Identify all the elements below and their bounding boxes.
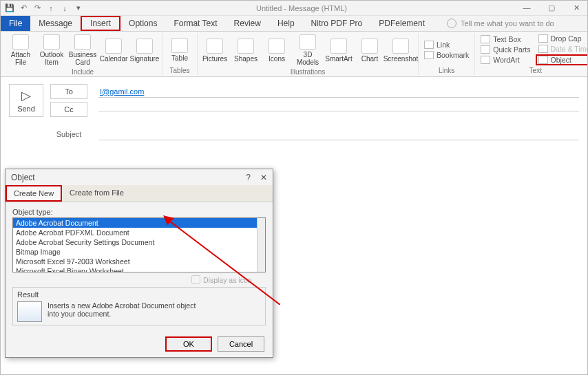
- maximize-button[interactable]: ▢: [543, 3, 560, 12]
- calendar-button[interactable]: Calendar: [99, 33, 128, 67]
- wordart-button[interactable]: WordArt: [478, 55, 533, 65]
- shapes-icon: [238, 39, 254, 54]
- cancel-button[interactable]: Cancel: [218, 336, 264, 352]
- table-button[interactable]: Table: [165, 33, 194, 66]
- result-icon: [17, 301, 42, 322]
- send-label: Send: [17, 105, 35, 113]
- object-type-list[interactable]: Adobe Acrobat Document Adobe Acrobat PDF…: [12, 217, 266, 272]
- tab-create-from-file[interactable]: Create from File: [62, 185, 132, 202]
- group-text-label: Text: [529, 66, 542, 75]
- cc-field[interactable]: [98, 108, 579, 111]
- down-icon[interactable]: ↓: [59, 2, 71, 14]
- 3d-models-button[interactable]: 3D Models: [293, 33, 322, 67]
- dialog-close-button[interactable]: ✕: [260, 173, 267, 182]
- tab-format-text[interactable]: Format Text: [165, 16, 225, 31]
- smartart-button[interactable]: SmartArt: [324, 33, 353, 67]
- dropcap-button[interactable]: Drop Cap: [536, 34, 588, 43]
- up-icon[interactable]: ↑: [45, 2, 57, 14]
- subject-label: Subject: [50, 130, 87, 138]
- cube-icon: [300, 34, 316, 50]
- quickparts-icon: [481, 45, 490, 54]
- tab-create-new[interactable]: Create New: [6, 185, 62, 202]
- card-icon: [74, 34, 91, 50]
- undo-icon[interactable]: ↶: [17, 2, 30, 14]
- shapes-button[interactable]: Shapes: [231, 33, 260, 67]
- subject-field[interactable]: [98, 128, 579, 140]
- screenshot-button[interactable]: Screenshot: [386, 33, 415, 67]
- tell-me-search[interactable]: Tell me what you want to do: [433, 16, 554, 31]
- pictures-button[interactable]: Pictures: [200, 33, 229, 67]
- dropcap-icon: [538, 34, 548, 43]
- tab-review[interactable]: Review: [226, 16, 269, 31]
- outlook-item-button[interactable]: Outlook Item: [37, 33, 66, 67]
- ok-button[interactable]: OK: [165, 336, 212, 352]
- textbox-icon: [481, 35, 490, 43]
- chart-button[interactable]: Chart: [355, 33, 384, 67]
- clock-icon: [538, 45, 548, 53]
- paperclip-icon: [12, 34, 29, 50]
- display-as-icon-checkbox[interactable]: [191, 275, 200, 284]
- bookmark-icon: [424, 51, 434, 59]
- to-button[interactable]: To: [50, 84, 87, 99]
- bulb-icon: [447, 19, 456, 28]
- tab-file[interactable]: File: [1, 16, 30, 31]
- cc-button[interactable]: Cc: [50, 102, 87, 117]
- object-icon: [538, 56, 548, 64]
- send-arrow-icon: ▷: [21, 88, 31, 103]
- tab-nitro[interactable]: Nitro PDF Pro: [303, 16, 371, 31]
- picture-icon: [207, 39, 223, 54]
- minimize-button[interactable]: —: [518, 3, 535, 12]
- table-icon: [171, 38, 188, 53]
- textbox-button[interactable]: Text Box: [478, 34, 533, 44]
- tab-options[interactable]: Options: [120, 16, 165, 31]
- group-tables-label: Tables: [170, 66, 190, 75]
- close-button[interactable]: ✕: [568, 3, 585, 12]
- send-button[interactable]: ▷ Send: [9, 84, 43, 117]
- icons-button[interactable]: Icons: [262, 33, 291, 67]
- group-include-label: Include: [72, 67, 94, 76]
- list-item[interactable]: Adobe Acrobat Document: [13, 218, 265, 228]
- dialog-title: Object: [11, 173, 35, 182]
- tab-insert[interactable]: Insert: [81, 16, 120, 31]
- smartart-icon: [330, 39, 347, 54]
- link-icon: [424, 41, 434, 49]
- tab-pdfelement[interactable]: PDFelement: [370, 16, 433, 31]
- icons-icon: [269, 39, 285, 54]
- business-card-button[interactable]: Business Card: [68, 33, 97, 67]
- camera-icon: [392, 39, 409, 54]
- group-illustrations-label: Illustrations: [291, 67, 326, 76]
- wordart-icon: [481, 56, 490, 64]
- list-item[interactable]: Adobe Acrobat Security Settings Document: [13, 237, 265, 247]
- list-item[interactable]: Microsoft Excel 97-2003 Worksheet: [13, 257, 265, 266]
- redo-icon[interactable]: ↷: [31, 2, 43, 14]
- list-item[interactable]: Adobe Acrobat PDFXML Document: [13, 228, 265, 237]
- dialog-help-button[interactable]: ?: [246, 173, 251, 182]
- tell-me-placeholder: Tell me what you want to do: [461, 19, 554, 28]
- listbox-scrollbar[interactable]: [257, 218, 265, 272]
- tab-message[interactable]: Message: [30, 16, 81, 31]
- qat-dropdown-icon[interactable]: ▾: [72, 2, 85, 14]
- list-item[interactable]: Microsoft Excel Binary Worksheet: [13, 266, 265, 272]
- display-as-icon-label: Display as icon: [203, 276, 252, 284]
- result-text: Inserts a new Adobe Acrobat Document obj…: [48, 301, 199, 322]
- list-item[interactable]: Bitmap Image: [13, 247, 265, 257]
- object-button[interactable]: Object: [536, 54, 588, 65]
- to-field[interactable]: I@gamil.com: [98, 86, 579, 98]
- link-button[interactable]: Link: [421, 40, 472, 50]
- datetime-button[interactable]: Date & Time: [536, 44, 588, 54]
- chart-icon: [361, 39, 378, 54]
- result-label: Result: [17, 290, 261, 299]
- envelope-icon: [43, 34, 60, 50]
- group-links-label: Links: [439, 66, 454, 75]
- bookmark-button[interactable]: Bookmark: [421, 50, 472, 60]
- signature-button[interactable]: Signature: [130, 33, 159, 67]
- calendar-icon: [105, 39, 122, 54]
- attach-file-button[interactable]: Attach File: [6, 33, 35, 67]
- quickparts-button[interactable]: Quick Parts: [478, 45, 533, 54]
- window-title: Untitled - Message (HTML): [85, 4, 518, 12]
- object-dialog: Object ? ✕ Create New Create from File O…: [5, 169, 273, 358]
- pen-icon: [136, 39, 153, 54]
- object-type-label: Object type:: [12, 208, 266, 216]
- tab-help[interactable]: Help: [269, 16, 303, 31]
- save-icon[interactable]: 💾: [3, 2, 16, 14]
